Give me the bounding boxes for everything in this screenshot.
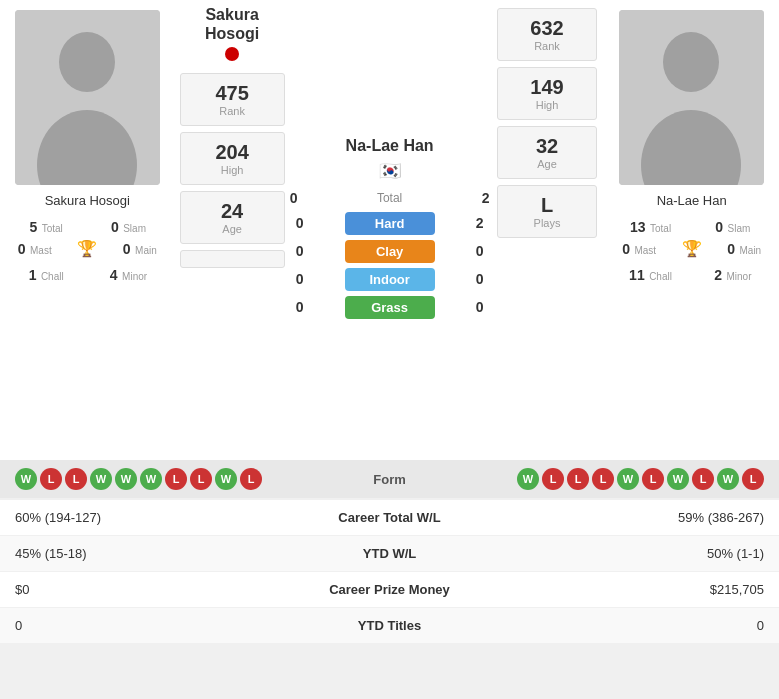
form-badge-l: L [742,468,764,490]
left-rank-num: 475 [186,82,279,105]
ytd-wl-right: 50% (1-1) [490,546,765,561]
career-wl-left: 60% (194-127) [15,510,290,525]
total-right: 2 [482,190,490,206]
total-row: 0 Total 2 [290,190,490,206]
right-plays-val: L [503,194,591,217]
ytd-wl-label: YTD W/L [290,546,490,561]
form-badge-w: W [717,468,739,490]
clay-right: 0 [470,243,490,259]
right-chall-item: 11 Chall [609,266,691,284]
left-form-badges: WLLWWWLLWL [15,468,262,490]
indoor-right: 0 [470,271,490,287]
form-badge-w: W [517,468,539,490]
player-comparison: Sakura Hosogi 5 Total 0 Slam 0 Mast 🏆 [0,0,779,460]
left-plays-box [180,250,285,268]
right-mast-label: Mast [634,245,656,256]
left-minor-label: Minor [122,271,147,282]
right-trophy-icon: 🏆 [682,239,702,258]
prize-right: $215,705 [490,582,765,597]
left-mast-val: 0 [18,241,26,257]
right-high-box: 149 High [497,67,597,120]
right-plays-label: Plays [503,217,591,229]
left-age-label: Age [186,223,279,235]
indoor-button[interactable]: Indoor [345,268,435,291]
right-age-num: 32 [503,135,591,158]
right-chall-val: 11 [629,267,645,283]
left-player-column: Sakura Hosogi 5 Total 0 Slam 0 Mast 🏆 [0,0,175,460]
right-main-label: Main [739,245,761,256]
hard-row: 0 Hard 2 [290,212,490,235]
left-slam-val: 0 [111,219,119,235]
right-chall-label: Chall [649,271,672,282]
right-mast-val: 0 [622,241,630,257]
right-minor-item: 2 Minor [692,266,774,284]
prize-row: $0 Career Prize Money $215,705 [0,572,779,608]
form-badge-l: L [567,468,589,490]
form-badge-l: L [190,468,212,490]
left-high-label: High [186,164,279,176]
left-minor-val: 4 [110,267,118,283]
titles-left: 0 [15,618,290,633]
clay-row: 0 Clay 0 [290,240,490,263]
left-name-center: Sakura Hosogi [180,5,285,65]
right-slam-label: Slam [728,223,751,234]
left-chall-item: 1 Chall [5,266,87,284]
right-total-label: Total [650,223,671,234]
surface-scores-center: Na-Lae Han 🇰🇷 0 Total 2 0 Hard 2 0 Clay … [290,0,490,460]
right-form-badges: WLLLWLWLWL [517,468,764,490]
right-rank-num: 632 [503,17,591,40]
hard-button[interactable]: Hard [345,212,435,235]
hard-left: 0 [290,215,310,231]
left-age-num: 24 [186,200,279,223]
svg-point-4 [663,32,719,92]
left-chall-label: Chall [41,271,64,282]
form-badge-l: L [40,468,62,490]
indoor-left: 0 [290,271,310,287]
left-mast-label: Mast [30,245,52,256]
japan-flag-dot [225,47,239,61]
stats-table: 60% (194-127) Career Total W/L 59% (386-… [0,500,779,644]
left-main-label: Main [135,245,157,256]
form-label: Form [373,472,406,487]
total-left: 0 [290,190,298,206]
left-rank-label: Rank [186,105,279,117]
ytd-wl-row: 45% (15-18) YTD W/L 50% (1-1) [0,536,779,572]
right-high-num: 149 [503,76,591,99]
left-total-val: 5 [29,219,37,235]
right-age-box: 32 Age [497,126,597,179]
left-slam-item: 0 Slam [87,218,169,236]
right-player-name-center: Na-Lae Han [346,136,434,155]
total-label: Total [377,191,402,205]
form-badge-w: W [140,468,162,490]
form-badge-l: L [65,468,87,490]
left-total-label: Total [42,223,63,234]
right-player-stats: 13 Total 0 Slam [609,218,774,236]
prize-left: $0 [15,582,290,597]
left-trophy-icon: 🏆 [77,239,97,258]
left-flag [225,47,239,65]
titles-label: YTD Titles [290,618,490,633]
right-rank-label: Rank [503,40,591,52]
left-total-item: 5 Total [5,218,87,236]
left-rank-box: 475 Rank [180,73,285,126]
form-badge-l: L [592,468,614,490]
center-column: Sakura Hosogi 475 Rank 204 High 24 Age [175,0,290,460]
grass-right: 0 [470,299,490,315]
form-section: WLLWWWLLWL Form WLLLWLWLWL [0,460,779,498]
right-name-area: Na-Lae Han 🇰🇷 [346,136,434,181]
form-badge-w: W [667,468,689,490]
right-rank-box: 632 Rank [497,8,597,61]
right-slam-item: 0 Slam [692,218,774,236]
left-main-val: 0 [123,241,131,257]
titles-right: 0 [490,618,765,633]
grass-left: 0 [290,299,310,315]
clay-button[interactable]: Clay [345,240,435,263]
clay-left: 0 [290,243,310,259]
grass-button[interactable]: Grass [345,296,435,319]
right-bottom-stats: 11 Chall 2 Minor [609,266,774,284]
right-flag: 🇰🇷 [379,160,401,182]
left-player-stats: 5 Total 0 Slam [5,218,170,236]
form-badge-w: W [215,468,237,490]
right-minor-val: 2 [714,267,722,283]
right-main-val: 0 [727,241,735,257]
